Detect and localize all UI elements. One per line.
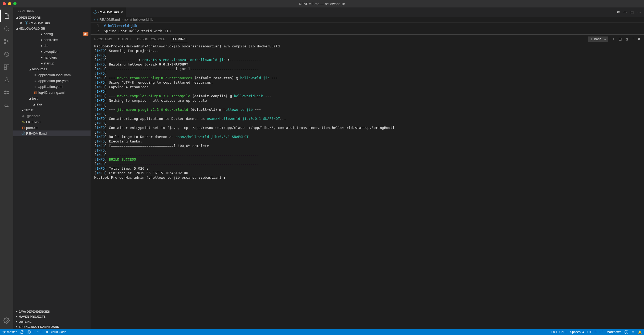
breadcrumb[interactable]: ⓘ README.md › abc # helloworld-jib bbox=[91, 17, 644, 23]
extensions-icon[interactable] bbox=[0, 61, 13, 73]
svg-rect-11 bbox=[6, 104, 6, 105]
chevron-right-icon: ▸ bbox=[15, 320, 19, 323]
svg-point-15 bbox=[5, 331, 5, 332]
warnings-count[interactable]: ⚠ 0 bbox=[36, 330, 42, 334]
more-actions-icon[interactable]: ⋯ bbox=[637, 10, 641, 14]
folder-exception[interactable]: ▸ exception bbox=[13, 48, 91, 54]
chevron-down-icon: ◢ bbox=[15, 16, 19, 19]
notifications-bell-icon[interactable]: 🔔 bbox=[638, 330, 642, 334]
folder-resources[interactable]: ◢ resources bbox=[13, 66, 91, 72]
panel-tabs: PROBLEMS OUTPUT DEBUG CONSOLE TERMINAL 1… bbox=[91, 35, 644, 43]
feedback-smiley-icon[interactable]: ☺ bbox=[631, 330, 635, 334]
cursor-position[interactable]: Ln 1, Col 1 bbox=[551, 330, 567, 334]
window-title: README.md — helloworld-jib bbox=[299, 2, 345, 6]
file-application-yaml[interactable]: ≡ application.yaml bbox=[13, 84, 91, 89]
chevron-right-icon: ▸ bbox=[40, 38, 44, 41]
folder-handlers[interactable]: ▸ handlers bbox=[13, 54, 91, 60]
svg-point-14 bbox=[3, 333, 3, 333]
git-branch[interactable]: master bbox=[2, 330, 17, 334]
tab-readme[interactable]: ⓘ README.md × bbox=[91, 7, 126, 17]
chevron-right-icon: ▸ bbox=[15, 310, 19, 313]
tab-debug-console[interactable]: DEBUG CONSOLE bbox=[137, 36, 165, 42]
editor-content[interactable]: 1 2 # helloworld-jib Spring Boot Hello W… bbox=[91, 23, 644, 34]
breadcrumb-symbol[interactable]: # helloworld-jib bbox=[130, 18, 153, 22]
feedback-info-icon[interactable]: i bbox=[625, 330, 628, 334]
file-application-pre[interactable]: ≡ application-pre.yaml bbox=[13, 78, 91, 84]
java-dependencies-section[interactable]: ▸ JAVA DEPENDENCIES bbox=[13, 309, 91, 314]
indentation[interactable]: Spaces: 4 bbox=[570, 330, 584, 334]
spring-boot-dashboard-section[interactable]: ▸ SPRING-BOOT DASHBOARD bbox=[13, 324, 91, 329]
folder-test[interactable]: ◢ test bbox=[13, 95, 91, 101]
file-log4j2[interactable]: ◧ log4j2-spring.xml bbox=[13, 89, 91, 95]
code-line-2[interactable]: Spring Boot Hello World with JIB bbox=[104, 29, 170, 33]
close-window-button[interactable] bbox=[3, 2, 6, 5]
folder-controller[interactable]: ▸ controller bbox=[13, 37, 91, 43]
cloud-code[interactable]: ⚙ Cloud Code bbox=[46, 330, 66, 334]
sync-icon[interactable] bbox=[20, 330, 24, 334]
folder-config[interactable]: ▸ config git bbox=[13, 31, 91, 37]
minimize-window-button[interactable] bbox=[8, 2, 11, 5]
search-icon[interactable] bbox=[0, 22, 13, 35]
outline-section[interactable]: ▸ OUTLINE bbox=[13, 319, 91, 324]
explorer-icon[interactable] bbox=[0, 10, 13, 22]
eol[interactable]: LF bbox=[600, 330, 603, 334]
file-pom[interactable]: ◧ pom.xml bbox=[13, 125, 91, 130]
errors-count[interactable]: ✕ 0 bbox=[27, 330, 34, 334]
dropbox-icon[interactable] bbox=[0, 86, 13, 99]
settings-gear-icon[interactable] bbox=[0, 314, 13, 327]
breadcrumb-file[interactable]: README.md bbox=[99, 18, 120, 22]
file-readme[interactable]: ⓘ README.md bbox=[13, 130, 91, 136]
file-license[interactable]: ⚖ LICENSE bbox=[13, 119, 91, 125]
maximize-panel-icon[interactable]: ˄ bbox=[632, 37, 634, 41]
compare-changes-icon[interactable]: ⇄ bbox=[617, 10, 620, 14]
code-line-1[interactable]: # helloworld-jib bbox=[104, 24, 137, 28]
language-mode[interactable]: Markdown bbox=[606, 330, 621, 334]
tab-terminal[interactable]: TERMINAL bbox=[171, 36, 187, 42]
maven-projects-section[interactable]: ▸ MAVEN PROJECTS bbox=[13, 314, 91, 319]
chevron-right-icon: › bbox=[121, 18, 123, 22]
split-terminal-icon[interactable]: ◫ bbox=[619, 37, 622, 41]
close-panel-icon[interactable]: ✕ bbox=[638, 37, 640, 41]
new-terminal-icon[interactable]: ＋ bbox=[612, 37, 615, 41]
open-preview-icon[interactable]: ▭ bbox=[623, 10, 627, 14]
file-gitignore[interactable]: ◆ .gitignore bbox=[13, 113, 91, 119]
statusbar: master ✕ 0 ⚠ 0 ⚙ Cloud Code Ln 1, Col 1 … bbox=[0, 329, 644, 335]
folder-java[interactable]: ◢ java bbox=[13, 101, 91, 107]
close-tab-icon[interactable]: × bbox=[120, 10, 123, 15]
svg-point-3 bbox=[8, 41, 9, 42]
folder-startup[interactable]: ▸ startup bbox=[13, 60, 91, 66]
docker-icon[interactable] bbox=[0, 99, 13, 112]
open-editors-section[interactable]: ◢ OPEN EDITORS bbox=[13, 15, 91, 20]
terminal-select[interactable]: 1: bash bbox=[588, 36, 608, 42]
folder-target[interactable]: ▸ target bbox=[13, 107, 91, 113]
git-badge: git bbox=[83, 32, 88, 36]
titlebar: README.md — helloworld-jib bbox=[0, 0, 644, 7]
yaml-file-icon: ≡ bbox=[33, 73, 38, 77]
error-icon: ✕ bbox=[27, 330, 31, 334]
tab-problems[interactable]: PROBLEMS bbox=[94, 36, 112, 42]
tab-output[interactable]: OUTPUT bbox=[118, 36, 131, 42]
split-editor-icon[interactable]: ◫ bbox=[630, 10, 634, 14]
yaml-file-icon: ≡ bbox=[33, 79, 38, 83]
terminal-output[interactable]: MacBook-Pro-de-Mac-admin-4:helloworld-ji… bbox=[91, 43, 644, 329]
test-icon[interactable] bbox=[0, 73, 13, 86]
svg-rect-8 bbox=[5, 105, 5, 106]
editor-tabs: ⓘ README.md × ⇄ ▭ ◫ ⋯ bbox=[91, 7, 644, 17]
chevron-down-icon: ◢ bbox=[15, 27, 19, 30]
info-icon: ⓘ bbox=[21, 131, 26, 136]
project-label: HELLOWORLD-JIB bbox=[19, 27, 45, 30]
folder-dto[interactable]: ▸ dto bbox=[13, 43, 91, 48]
maximize-window-button[interactable] bbox=[13, 2, 17, 5]
project-section[interactable]: ◢ HELLOWORLD-JIB bbox=[13, 26, 91, 31]
open-editor-item[interactable]: ✕ ⓘ README.md bbox=[13, 20, 91, 26]
window-controls bbox=[0, 2, 17, 5]
kill-terminal-icon[interactable]: 🗑 bbox=[625, 38, 629, 41]
encoding[interactable]: UTF-8 bbox=[587, 330, 596, 334]
debug-icon[interactable] bbox=[0, 48, 13, 61]
file-application-local[interactable]: ≡ application-local.yaml bbox=[13, 72, 91, 78]
terminal-selector[interactable]: 1: bash bbox=[588, 36, 608, 42]
chevron-down-icon: ◢ bbox=[28, 68, 32, 71]
close-icon[interactable]: ✕ bbox=[19, 21, 23, 25]
info-icon: ⓘ bbox=[94, 17, 98, 22]
source-control-icon[interactable] bbox=[0, 35, 13, 48]
